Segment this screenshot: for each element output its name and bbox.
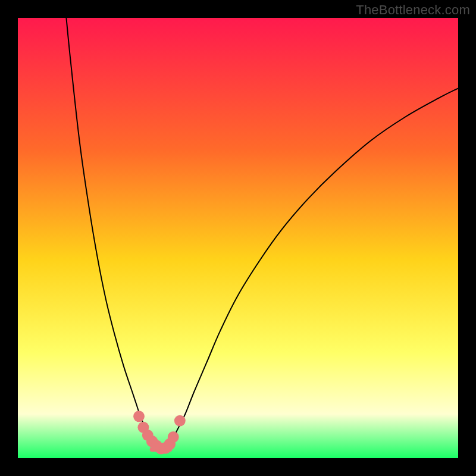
watermark-text: TheBottleneck.com xyxy=(356,2,470,18)
data-marker xyxy=(168,431,179,443)
plot-area xyxy=(18,18,458,458)
chart-frame: TheBottleneck.com xyxy=(0,0,476,476)
data-marker xyxy=(133,411,145,422)
data-marker xyxy=(174,415,186,427)
plot-svg xyxy=(18,18,458,458)
gradient-bg xyxy=(18,18,458,458)
